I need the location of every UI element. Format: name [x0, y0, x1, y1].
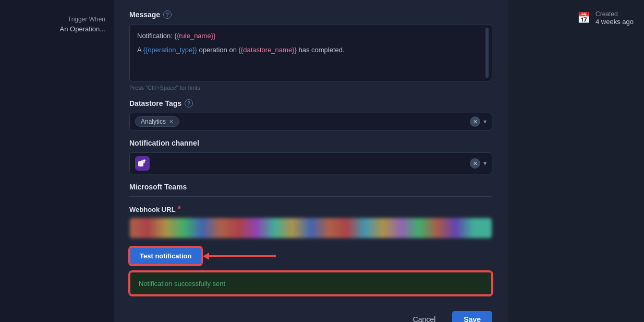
- datastore-tags-help-icon[interactable]: ?: [185, 99, 193, 108]
- required-indicator: *: [178, 205, 181, 213]
- cancel-button[interactable]: Cancel: [403, 311, 446, 322]
- notification-channel-input[interactable]: ✕ ▾: [129, 152, 492, 174]
- success-text: Notification successfully sent: [139, 280, 225, 288]
- message-textarea[interactable]: Notification: {{rule_name}} A {{operatio…: [129, 24, 492, 81]
- teams-icon-wrap: [135, 156, 150, 171]
- test-notification-row: Test notification: [129, 247, 492, 265]
- tags-clear-button[interactable]: ✕: [470, 116, 480, 127]
- tags-chevron-icon[interactable]: ▾: [483, 118, 487, 125]
- svg-point-2: [143, 160, 145, 162]
- left-panel: Trigger When An Operation...: [0, 0, 114, 322]
- success-notification-box: Notification successfully sent: [129, 271, 492, 295]
- datastore-tags-label: Datastore Tags ?: [129, 99, 492, 108]
- message-section-label: Message ?: [129, 10, 492, 19]
- created-info: Created 4 weeks ago: [596, 10, 634, 26]
- calendar-icon: 📅: [577, 11, 590, 24]
- main-dialog: Message ? Notification: {{rule_name}} A …: [114, 0, 508, 322]
- channel-chevron-icon[interactable]: ▾: [483, 160, 487, 167]
- webhook-url-input[interactable]: [129, 218, 492, 238]
- teams-icon: [138, 159, 147, 168]
- analytics-tag-close[interactable]: ✕: [169, 118, 174, 125]
- rule-name-var: {{rule_name}}: [175, 32, 216, 40]
- message-help-icon[interactable]: ?: [163, 10, 172, 19]
- analytics-tag[interactable]: Analytics ✕: [135, 116, 179, 127]
- trigger-value: An Operation...: [60, 25, 105, 33]
- arrow-indicator: [208, 255, 276, 257]
- test-notification-button[interactable]: Test notification: [129, 247, 202, 265]
- scrollbar[interactable]: [485, 28, 489, 78]
- notification-channel-label: Notification channel: [129, 139, 492, 147]
- trigger-label: Trigger When: [60, 16, 105, 23]
- datastore-name-var: {{datastore_name}}: [238, 46, 296, 54]
- webhook-url-label: Webhook URL *: [129, 205, 492, 213]
- datastore-tags-input[interactable]: Analytics ✕ ✕ ▾: [129, 113, 492, 130]
- right-panel: 📅 Created 4 weeks ago: [577, 10, 634, 26]
- message-line2: A {{operation_type}} operation on {{data…: [137, 46, 484, 54]
- footer-actions: Cancel Save: [129, 306, 492, 322]
- channel-clear-button[interactable]: ✕: [470, 158, 480, 169]
- message-line1: Notification: {{rule_name}}: [137, 32, 484, 40]
- created-time: 4 weeks ago: [596, 18, 634, 26]
- save-button[interactable]: Save: [452, 311, 492, 322]
- hint-text: Press "Ctrl+Space" for hints: [129, 85, 492, 91]
- ms-teams-header: Microsoft Teams: [129, 183, 492, 197]
- created-label: Created: [596, 10, 634, 18]
- operation-type-var: {{operation_type}}: [143, 46, 197, 54]
